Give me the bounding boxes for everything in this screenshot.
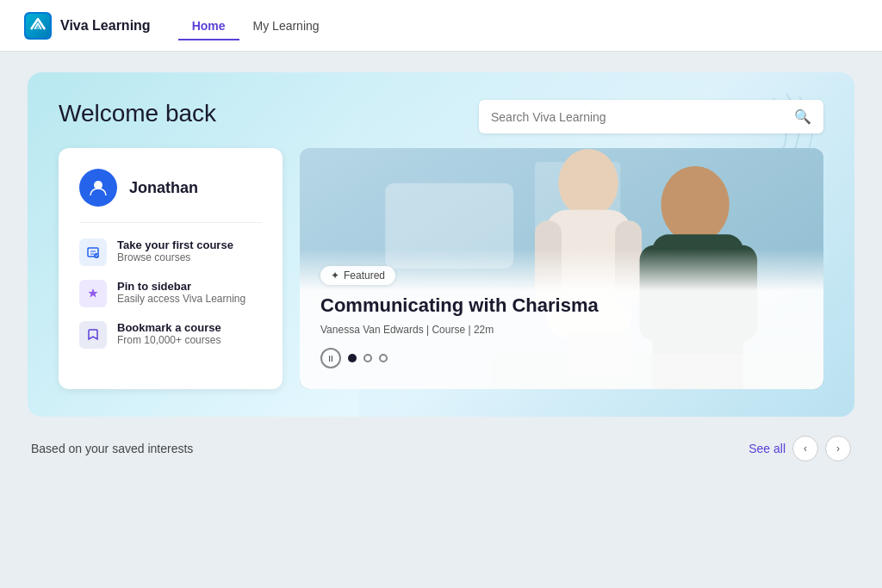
search-input[interactable] <box>491 110 787 124</box>
action-items: Take your first course Browse courses Pi… <box>79 238 262 349</box>
interests-label: Based on your saved interests <box>31 442 193 455</box>
user-header: Jonathan <box>79 169 262 223</box>
user-name: Jonathan <box>129 179 198 197</box>
carousel-pause-button[interactable]: ⏸ <box>320 348 341 368</box>
pin-sidebar-sub: Easily access Viva Learning <box>117 293 245 305</box>
action-first-course[interactable]: Take your first course Browse courses <box>79 238 262 266</box>
user-card: Jonathan Take your first course Browse c… <box>59 148 283 389</box>
featured-badge: ✦ Featured <box>320 266 395 285</box>
svg-point-12 <box>661 166 729 243</box>
search-bar: 🔍 <box>479 100 823 133</box>
chevron-right-icon: › <box>836 443 840 455</box>
nav-my-learning[interactable]: My Learning <box>239 12 333 40</box>
chevron-left-icon: ‹ <box>804 443 807 455</box>
featured-meta: Vanessa Van Edwards | Course | 22m <box>320 324 803 336</box>
bookmark-title: Bookmark a course <box>117 321 221 334</box>
nav-links: Home My Learning <box>178 12 333 40</box>
nav-bar: Viva Learning Home My Learning <box>0 0 882 52</box>
featured-overlay: ✦ Featured Communicating with Charisma V… <box>300 249 823 389</box>
bottom-section: Based on your saved interests See all ‹ … <box>28 436 854 461</box>
prev-arrow-button[interactable]: ‹ <box>792 436 818 461</box>
cards-row: Jonathan Take your first course Browse c… <box>59 148 823 389</box>
featured-badge-text: Featured <box>344 269 385 282</box>
avatar <box>79 169 117 207</box>
first-course-text: Take your first course Browse courses <box>117 238 233 263</box>
first-course-title: Take your first course <box>117 238 233 251</box>
action-pin-sidebar[interactable]: Pin to sidebar Easily access Viva Learni… <box>79 280 262 307</box>
pause-icon: ⏸ <box>326 354 335 363</box>
featured-title: Communicating with Charisma <box>320 294 803 319</box>
see-all-container: See all ‹ › <box>748 436 851 461</box>
bookmark-text: Bookmark a course From 10,000+ courses <box>117 321 221 346</box>
carousel-dot-3[interactable] <box>379 354 388 362</box>
carousel-dot-2[interactable] <box>363 354 372 362</box>
featured-badge-icon: ✦ <box>331 269 339 282</box>
featured-card[interactable]: ✦ Featured Communicating with Charisma V… <box>300 148 823 389</box>
see-all-link[interactable]: See all <box>748 442 786 455</box>
search-container: 🔍 <box>479 100 823 133</box>
bookmark-icon <box>79 321 107 349</box>
first-course-sub: Browse courses <box>117 251 233 263</box>
app-name: Viva Learning <box>60 18 151 34</box>
hero-banner: Welcome back 🔍 Jonathan <box>28 72 854 417</box>
search-icon: 🔍 <box>794 108 811 125</box>
app-logo: Viva Learning <box>24 12 151 40</box>
nav-home[interactable]: Home <box>178 12 239 40</box>
svg-point-8 <box>558 149 618 217</box>
main-content: Welcome back 🔍 Jonathan <box>0 52 882 588</box>
pin-sidebar-icon <box>79 280 107 307</box>
app-logo-icon <box>24 12 52 40</box>
pin-sidebar-title: Pin to sidebar <box>117 280 245 293</box>
action-bookmark[interactable]: Bookmark a course From 10,000+ courses <box>79 321 262 349</box>
pin-sidebar-text: Pin to sidebar Easily access Viva Learni… <box>117 280 245 305</box>
carousel-controls: ⏸ <box>320 348 803 368</box>
bookmark-sub: From 10,000+ courses <box>117 334 221 346</box>
first-course-icon <box>79 238 107 266</box>
next-arrow-button[interactable]: › <box>825 436 851 461</box>
carousel-dot-1[interactable] <box>348 354 357 362</box>
